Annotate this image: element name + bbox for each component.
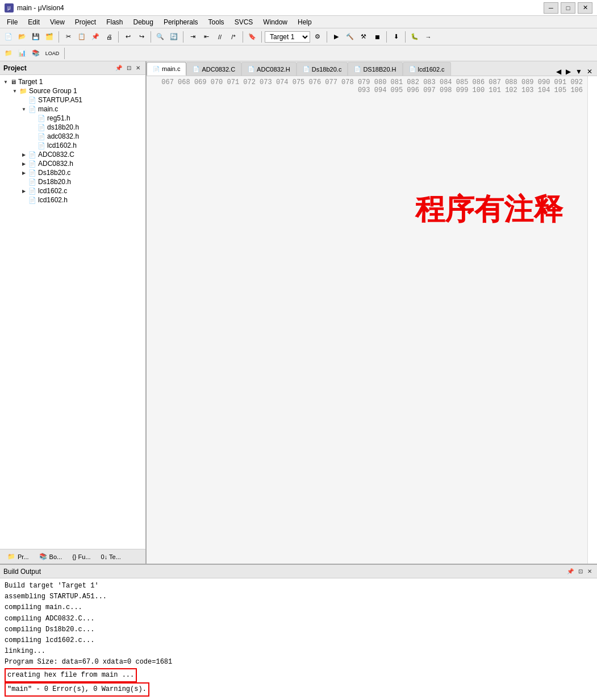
- paste-button[interactable]: 📌: [89, 31, 102, 43]
- maximize-button[interactable]: □: [561, 2, 575, 14]
- menu-item-tools[interactable]: Tools: [204, 17, 229, 27]
- ds18b20hh-label: Ds18b20.h: [38, 178, 71, 186]
- menu-item-svcs[interactable]: SVCS: [230, 17, 258, 27]
- startup-icon: 📄: [28, 97, 36, 104]
- tab-adc0832c[interactable]: 📄 ADC0832.C: [186, 62, 241, 76]
- expand-lcd1602c[interactable]: ▶: [20, 188, 27, 194]
- tab-list-button[interactable]: ▼: [573, 68, 585, 76]
- tree-item-lcd1602h-main[interactable]: ▶ 📄 lcd1602.h: [0, 141, 145, 150]
- bottom-tab-functions[interactable]: {} Fu...: [67, 551, 95, 563]
- target-options-button[interactable]: ⚙: [311, 31, 324, 43]
- find-button[interactable]: 🔍: [154, 31, 166, 43]
- tree-item-ds18b20h[interactable]: ▶ 📄 ds18b20.h: [0, 123, 145, 132]
- tree-item-adc0832c[interactable]: ▶ 📄 ADC0832.C: [0, 150, 145, 159]
- translate-button[interactable]: ▶: [330, 31, 343, 43]
- build-line-2: compiling main.c...: [5, 602, 592, 613]
- menu-item-peripherals[interactable]: Peripherals: [159, 17, 203, 27]
- save-button[interactable]: 💾: [30, 31, 42, 43]
- save-all-button[interactable]: 🗂️: [43, 31, 56, 43]
- menu-item-debug[interactable]: Debug: [129, 17, 158, 27]
- registers-button[interactable]: 📊: [16, 47, 28, 60]
- stop-build-button[interactable]: ⏹: [371, 31, 383, 43]
- expand-adc0832c[interactable]: ▶: [20, 151, 27, 158]
- menu-item-flash[interactable]: Flash: [102, 17, 127, 27]
- expand-ds18b20c[interactable]: ▶: [20, 169, 27, 176]
- redo-button[interactable]: ↪: [135, 31, 148, 43]
- tab-ds18b20h[interactable]: 📄 DS18B20.H: [348, 62, 402, 76]
- bookmark-button[interactable]: 🔖: [246, 31, 258, 43]
- debug-step-button[interactable]: →: [422, 31, 435, 43]
- tree-item-lcd1602c[interactable]: ▶ 📄 lcd1602.c: [0, 186, 145, 195]
- tab-close-button[interactable]: ✕: [585, 68, 595, 76]
- books-button[interactable]: 📚: [30, 47, 42, 60]
- build-output-content: Build target 'Target 1'assembling STARTU…: [0, 578, 597, 700]
- tree-item-target1[interactable]: ▼ 🖥 Target 1: [0, 77, 145, 86]
- build-line-8: creating hex file from main ...: [5, 668, 592, 682]
- unindent-button[interactable]: ⇤: [200, 31, 212, 43]
- menu-item-help[interactable]: Help: [293, 17, 316, 27]
- open-file-button[interactable]: 📂: [16, 31, 28, 43]
- menu-item-view[interactable]: View: [45, 17, 69, 27]
- functions-tab-label: {} Fu...: [72, 553, 90, 560]
- expand-srcgrp1[interactable]: ▼: [11, 88, 18, 94]
- comment-button[interactable]: //: [214, 31, 226, 43]
- expand-mainc[interactable]: ▼: [20, 106, 27, 113]
- app-icon: μ: [5, 3, 14, 13]
- tree-item-reg51h[interactable]: ▶ 📄 reg51.h: [0, 114, 145, 123]
- tab-ds18b20c-icon: 📄: [303, 66, 310, 72]
- cut-button[interactable]: ✂: [62, 31, 74, 43]
- tree-item-ds18b20hh[interactable]: ▶ 📄 Ds18b20.h: [0, 177, 145, 186]
- menu-item-window[interactable]: Window: [258, 17, 292, 27]
- uncomment-button[interactable]: /*: [227, 31, 240, 43]
- tree-item-adc0832h[interactable]: ▶ 📄 adc0832.h: [0, 132, 145, 141]
- rebuild-button[interactable]: ⚒: [357, 31, 370, 43]
- tree-item-ds18b20c[interactable]: ▶ 📄 Ds18b20.c: [0, 168, 145, 177]
- panel-close-button[interactable]: ✕: [134, 65, 142, 71]
- code-editor: 067 068 069 070 071 072 073 074 075 076 …: [147, 76, 597, 564]
- tree-item-srcgrp1[interactable]: ▼ 📁 Source Group 1: [0, 86, 145, 95]
- tab-ds18b20h-icon: 📄: [354, 66, 361, 72]
- copy-button[interactable]: 📋: [76, 31, 88, 43]
- tab-nav-left[interactable]: ◀: [554, 68, 563, 76]
- expand-target1[interactable]: ▼: [2, 78, 9, 85]
- undo-button[interactable]: ↩: [122, 31, 134, 43]
- load-button[interactable]: LOAD: [43, 47, 61, 60]
- bottom-tab-books[interactable]: 📚 Bo...: [34, 551, 68, 563]
- bottom-tab-project[interactable]: 📁 Pr...: [2, 551, 34, 563]
- build-float-button[interactable]: ⊡: [577, 568, 585, 574]
- menu-item-edit[interactable]: Edit: [23, 17, 44, 27]
- tab-mainc[interactable]: 📄 main.c: [147, 62, 186, 76]
- replace-button[interactable]: 🔄: [168, 31, 180, 43]
- tab-adc0832h[interactable]: 📄 ADC0832.H: [241, 62, 297, 76]
- minimize-button[interactable]: ─: [544, 2, 558, 14]
- project-window-button[interactable]: 📁: [2, 47, 15, 60]
- build-button[interactable]: 🔨: [344, 31, 356, 43]
- download-button[interactable]: ⬇: [390, 31, 402, 43]
- new-file-button[interactable]: 📄: [2, 31, 15, 43]
- build-pin-button[interactable]: 📌: [565, 568, 575, 574]
- tab-lcd1602c[interactable]: 📄 lcd1602.c: [403, 62, 451, 76]
- debug-button[interactable]: 🐛: [408, 31, 421, 43]
- tree-item-adc0832hh[interactable]: ▶ 📄 ADC0832.h: [0, 159, 145, 168]
- target-selector[interactable]: Target 1: [265, 31, 310, 43]
- tree-item-mainc[interactable]: ▼ 📄 main.c: [0, 105, 145, 114]
- print-button[interactable]: 🖨: [103, 31, 115, 43]
- close-button[interactable]: ✕: [578, 2, 592, 14]
- indent-button[interactable]: ⇥: [186, 31, 199, 43]
- build-close-button[interactable]: ✕: [586, 568, 594, 574]
- tab-nav-right[interactable]: ▶: [563, 68, 573, 76]
- reg51h-label: reg51.h: [47, 114, 70, 122]
- panel-pin-button[interactable]: 📌: [114, 65, 124, 71]
- tab-ds18b20c[interactable]: 📄 Ds18b20.c: [297, 62, 348, 76]
- toolbar2-sep-1: [64, 48, 65, 59]
- code-content[interactable]: TMOD|=0X01; TH0=0X3C;//50ms (65536-50000…: [588, 76, 597, 564]
- panel-float-button[interactable]: ⊡: [125, 65, 133, 71]
- menu-item-file[interactable]: File: [2, 17, 22, 27]
- expand-adc0832hh[interactable]: ▶: [20, 160, 27, 167]
- menu-item-project[interactable]: Project: [70, 17, 101, 27]
- toolbar-sep-1: [59, 31, 59, 43]
- tree-item-startup[interactable]: ▶ 📄 STARTUP.A51: [0, 95, 145, 105]
- bottom-tab-templates[interactable]: 0↓ Te...: [96, 551, 126, 563]
- tree-item-lcd1602hh[interactable]: ▶ 📄 lcd1602.h: [0, 195, 145, 205]
- srcgrp1-icon: 📁: [19, 88, 27, 95]
